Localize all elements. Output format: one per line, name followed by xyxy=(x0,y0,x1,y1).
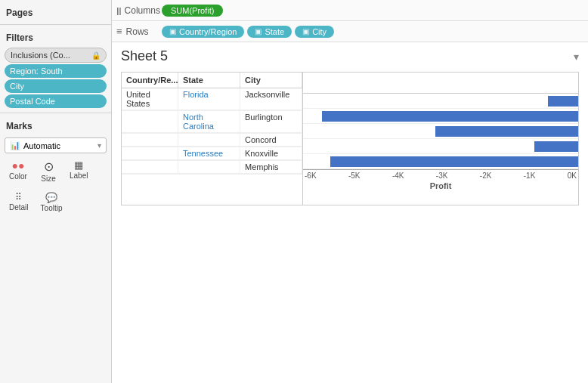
bar-wrapper-concord xyxy=(303,126,578,137)
color-label: Color xyxy=(9,172,27,181)
rows-country-region-pill[interactable]: ▣ Country/Region xyxy=(162,26,244,38)
cell-city-knoxville: Knoxville xyxy=(240,147,302,160)
cell-state-empty2 xyxy=(178,161,240,174)
bar-concord xyxy=(435,126,578,137)
columns-sum-profit-label: SUM(Profit) xyxy=(171,6,214,15)
cell-city-concord: Concord xyxy=(240,134,302,147)
filter-region-south-label: Region: South xyxy=(10,66,63,76)
detail-button[interactable]: ⠿ Detail xyxy=(5,189,33,215)
cell-state-tennessee: Tennessee xyxy=(178,147,240,160)
pages-label: Pages xyxy=(0,3,111,21)
cell-country-empty4 xyxy=(122,161,178,174)
axis-spacer xyxy=(122,175,302,205)
cell-country-us: UnitedStates xyxy=(122,88,178,110)
bar-row-knoxville xyxy=(303,139,578,154)
filters-label: Filters xyxy=(0,28,111,46)
bar-wrapper-jacksonville xyxy=(303,96,578,107)
rows-country-region-label: Country/Region xyxy=(179,27,237,36)
marks-icons-row: ●● Color ⊙ Size ▦ Label xyxy=(5,156,107,186)
bar-wrapper-knoxville xyxy=(303,141,578,152)
sheet-dropdown-arrow[interactable]: ▾ xyxy=(574,51,579,63)
bar-row-memphis xyxy=(303,154,578,169)
filter-postal-code-label: Postal Code xyxy=(10,97,55,106)
tooltip-button[interactable]: 💬 Tooltip xyxy=(36,189,67,215)
filter-postal-code[interactable]: Postal Code xyxy=(5,94,107,108)
header-city: City xyxy=(240,73,302,88)
rows-toolbar: ≡ Rows ▣ Country/Region ▣ State ▣ City xyxy=(112,21,588,42)
cell-state-florida: Florida xyxy=(178,88,240,110)
filters-section: Filters Inclusions (Co... 🔒 Region: Sout… xyxy=(0,25,111,113)
rows-city-pill[interactable]: ▣ City xyxy=(295,26,334,38)
filter-city-label: City xyxy=(10,82,24,91)
rows-state-pill[interactable]: ▣ State xyxy=(247,26,292,38)
bar-row-jacksonville xyxy=(303,94,578,109)
filter-city[interactable]: City xyxy=(5,79,107,93)
color-button[interactable]: ●● Color xyxy=(5,156,32,186)
cell-country-empty1 xyxy=(122,111,178,133)
bars-header-spacer xyxy=(303,73,578,94)
label-label: Label xyxy=(70,171,88,180)
bar-row-burlington xyxy=(303,109,578,124)
pages-section: Pages xyxy=(0,0,111,25)
color-icon: ●● xyxy=(12,159,25,171)
size-label: Size xyxy=(41,175,55,183)
label-icon: ▦ xyxy=(74,159,83,171)
marks-type-label: Automatic xyxy=(23,141,60,150)
size-button[interactable]: ⊙ Size xyxy=(35,156,62,186)
marks-type-dropdown[interactable]: 📊 Automatic ▾ xyxy=(5,137,107,153)
tooltip-icon: 💬 xyxy=(45,192,57,203)
filter-region-south[interactable]: Region: South xyxy=(5,64,107,78)
lock-icon: 🔒 xyxy=(91,51,101,60)
table-row: Tennessee Knoxville xyxy=(122,147,302,161)
db-icon-state: ▣ xyxy=(255,27,262,36)
bar-jacksonville xyxy=(548,96,578,107)
header-state: State xyxy=(178,73,240,88)
cell-state-empty1 xyxy=(178,134,240,147)
db-icon-country: ▣ xyxy=(169,27,176,36)
rows-label-group: ≡ Rows xyxy=(116,26,162,37)
bar-row-concord xyxy=(303,124,578,139)
axis-label-6k: -6K xyxy=(305,171,317,180)
columns-label-group: ||| Columns xyxy=(116,5,162,16)
rows-city-label: City xyxy=(312,27,326,36)
axis-label-4k: -4K xyxy=(392,171,404,180)
bar-knoxville xyxy=(534,141,578,152)
bar-wrapper-memphis xyxy=(303,156,578,167)
cell-state-nc: NorthCarolina xyxy=(178,111,240,133)
bar-chart-icon: 📊 xyxy=(10,141,20,150)
bar-wrapper-burlington xyxy=(303,111,578,122)
filter-inclusions-label: Inclusions (Co... xyxy=(11,51,70,60)
cell-city-memphis: Memphis xyxy=(240,161,302,174)
columns-label: Columns xyxy=(125,5,160,16)
axis-label-2k: -2K xyxy=(480,171,492,180)
columns-sum-profit-pill[interactable]: SUM(Profit) xyxy=(162,5,223,17)
sheet-title: Sheet 5 xyxy=(121,48,168,64)
header-country: Country/Re... xyxy=(122,73,178,88)
marks-icons-row2: ⠿ Detail 💬 Tooltip xyxy=(5,189,107,215)
axis-label-5k: -5K xyxy=(348,171,361,180)
cell-country-empty3 xyxy=(122,147,178,160)
columns-icon: ||| xyxy=(116,6,121,15)
size-icon: ⊙ xyxy=(44,159,54,174)
axis-label-1k: -1K xyxy=(524,171,536,180)
table-row: UnitedStates Florida Jacksonville xyxy=(122,88,302,111)
db-icon-city: ▣ xyxy=(302,27,309,36)
label-button[interactable]: ▦ Label xyxy=(65,156,92,186)
rows-icon: ≡ xyxy=(116,26,122,37)
sheet-area: Sheet 5 ▾ Country/Re... State City Unite… xyxy=(112,42,588,383)
filter-inclusions[interactable]: Inclusions (Co... 🔒 xyxy=(5,48,107,63)
axis-labels: -6K -5K -4K -3K -2K -1K 0K xyxy=(303,171,578,180)
columns-toolbar: ||| Columns SUM(Profit) xyxy=(112,0,588,21)
chart-table-container: Country/Re... State City UnitedStates Fl… xyxy=(121,72,579,205)
cell-country-empty2 xyxy=(122,134,178,147)
axis-label-0k: 0K xyxy=(568,171,577,180)
axis-title: Profit xyxy=(303,180,578,192)
cell-city-jacksonville: Jacksonville xyxy=(240,88,302,110)
bar-memphis xyxy=(330,156,578,167)
rows-label: Rows xyxy=(126,26,149,37)
detail-icon: ⠿ xyxy=(15,192,22,202)
rows-state-label: State xyxy=(265,27,284,36)
tooltip-label: Tooltip xyxy=(41,204,63,212)
axis-label-3k: -3K xyxy=(436,171,448,180)
table-row: NorthCarolina Burlington xyxy=(122,111,302,134)
